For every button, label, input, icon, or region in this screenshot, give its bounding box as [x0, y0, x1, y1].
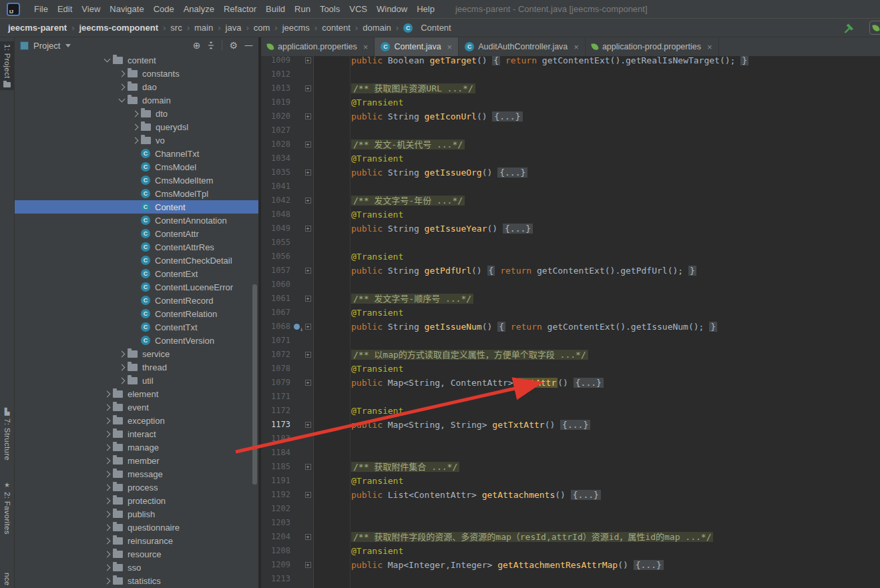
tree-item-ContentLuceneError[interactable]: CContentLuceneError: [15, 280, 258, 294]
menu-tools[interactable]: Tools: [315, 4, 345, 14]
stripe-button-structure[interactable]: ▙7: Structure: [0, 406, 14, 463]
stripe-button-favorites[interactable]: ★2: Favorites: [0, 479, 14, 537]
tree-toggle-icon[interactable]: [101, 565, 113, 570]
tree-item-util[interactable]: util: [15, 374, 258, 387]
tree-item-exception[interactable]: exception: [15, 414, 258, 427]
tree-toggle-icon[interactable]: [101, 432, 113, 436]
stripe-button-project[interactable]: 1: Project: [0, 41, 14, 90]
code-line-1012[interactable]: 1012: [261, 67, 880, 81]
tree-item-event[interactable]: event: [15, 400, 258, 414]
code-line-1042[interactable]: 1042+/** 发文字号-年份 ...*/: [261, 194, 880, 208]
tree-toggle-icon[interactable]: [101, 499, 113, 503]
fold-marker-icon[interactable]: +: [305, 464, 311, 470]
fold-marker-icon[interactable]: +: [305, 57, 311, 63]
menu-window[interactable]: Window: [372, 4, 412, 14]
tree-item-domain[interactable]: domain: [15, 93, 258, 107]
build-hammer-icon[interactable]: [843, 21, 856, 35]
override-marker-icon[interactable]: [294, 324, 300, 330]
editor-tab-AuditAuthController.java[interactable]: CAuditAuthController.java×: [459, 37, 586, 56]
code-line-1204[interactable]: 1204+/** 获取附件字段的资源、多资源的map（resId,attrId）…: [261, 530, 880, 544]
code-line-1013[interactable]: 1013+/** 获取图片资源URL ...*/: [261, 81, 880, 95]
code-line-1192[interactable]: 1192+public List<ContentAttr> getAttachm…: [261, 488, 880, 502]
code-line-1184[interactable]: 1184: [261, 446, 880, 460]
code-line-1020[interactable]: 1020+public String getIconUrl() {...}: [261, 109, 880, 123]
tree-item-thread[interactable]: thread: [15, 360, 258, 374]
menu-refactor[interactable]: Refactor: [219, 4, 261, 14]
editor-tab-application.properties[interactable]: application.properties×: [261, 37, 375, 56]
menu-vcs[interactable]: VCS: [345, 4, 372, 14]
tree-item-CmsModel[interactable]: CCmsModel: [15, 160, 258, 174]
tree-item-querydsl[interactable]: querydsl: [15, 120, 258, 133]
code-line-1071[interactable]: 1071: [261, 334, 880, 348]
tab-close-icon[interactable]: ×: [447, 42, 453, 52]
tree-item-CmsModelItem[interactable]: CCmsModelItem: [15, 174, 258, 187]
menu-view[interactable]: View: [77, 4, 105, 14]
code-line-1060[interactable]: 1060: [261, 278, 880, 292]
fold-marker-icon[interactable]: +: [305, 324, 311, 330]
hide-panel-icon[interactable]: —: [244, 41, 253, 50]
code-line-1056[interactable]: 1056@Transient: [261, 250, 880, 264]
locate-file-icon[interactable]: ⊕: [193, 41, 201, 50]
breadcrumb-item-domain[interactable]: domain: [363, 23, 391, 33]
code-line-1209[interactable]: 1209+public Map<Integer,Integer> getAtta…: [261, 558, 880, 572]
tree-item-interact[interactable]: interact: [15, 427, 258, 440]
tab-close-icon[interactable]: ×: [707, 42, 712, 52]
breadcrumb-item-main[interactable]: main: [194, 23, 213, 33]
tree-toggle-icon[interactable]: [101, 392, 113, 396]
tree-item-dao[interactable]: dao: [15, 80, 258, 93]
code-line-1067[interactable]: 1067@Transient: [261, 306, 880, 320]
tab-close-icon[interactable]: ×: [574, 42, 579, 52]
editor-tab-Content.java[interactable]: CContent.java×: [375, 37, 459, 56]
breadcrumb-item-src[interactable]: src: [170, 23, 182, 33]
tree-toggle-icon[interactable]: [101, 485, 113, 490]
code-line-1048[interactable]: 1048@Transient: [261, 208, 880, 222]
menu-code[interactable]: Code: [149, 4, 179, 14]
breadcrumb-item-java[interactable]: java: [226, 23, 242, 33]
tree-item-constants[interactable]: constants: [15, 67, 258, 80]
fold-marker-icon[interactable]: +: [305, 226, 311, 232]
tree-toggle-icon[interactable]: [101, 445, 113, 450]
menu-analyze[interactable]: Analyze: [179, 4, 219, 14]
code-line-1171[interactable]: 1171: [261, 390, 880, 404]
menu-file[interactable]: File: [29, 4, 53, 14]
tree-item-member[interactable]: member: [15, 454, 258, 467]
tree-toggle-icon[interactable]: [116, 352, 128, 356]
code-line-1068[interactable]: 1068+public String getIssueNum() { retur…: [261, 320, 880, 334]
code-line-1019[interactable]: 1019@Transient: [261, 95, 880, 109]
code-line-1208[interactable]: 1208@Transient: [261, 544, 880, 558]
tree-item-CmsModelTpl[interactable]: CCmsModelTpl: [15, 187, 258, 200]
code-line-1183[interactable]: 1183: [261, 432, 880, 446]
tree-item-ContentRecord[interactable]: CContentRecord: [15, 294, 258, 307]
editor-tab-application-prod.properties[interactable]: application-prod.properties×: [586, 37, 719, 56]
tree-item-Content[interactable]: CContent: [15, 200, 258, 214]
breadcrumb-item-com[interactable]: com: [254, 23, 270, 33]
tree-item-sso[interactable]: sso: [15, 561, 258, 574]
tree-toggle-icon[interactable]: [116, 378, 128, 383]
tree-item-reinsurance[interactable]: reinsurance: [15, 534, 258, 547]
fold-marker-icon[interactable]: +: [305, 296, 311, 302]
tree-item-content[interactable]: content: [15, 53, 258, 67]
code-line-1009[interactable]: 1009+public Boolean getTarget() { return…: [261, 56, 880, 67]
code-line-1055[interactable]: 1055: [261, 236, 880, 250]
fold-marker-icon[interactable]: +: [305, 170, 311, 176]
menu-help[interactable]: Help: [412, 4, 439, 14]
tree-toggle-icon[interactable]: [101, 552, 113, 557]
fold-marker-icon[interactable]: +: [305, 113, 311, 119]
code-line-1079[interactable]: 1079+public Map<String, ContentAttr> get…: [261, 376, 880, 390]
tree-toggle-icon[interactable]: [101, 539, 113, 543]
tree-item-manage[interactable]: manage: [15, 440, 258, 454]
tree-item-ContentAttr[interactable]: CContentAttr: [15, 227, 258, 240]
code-line-1203[interactable]: 1203: [261, 516, 880, 530]
menu-navigate[interactable]: Navigate: [105, 4, 148, 14]
tree-toggle-icon[interactable]: [101, 525, 113, 530]
tree-item-process[interactable]: process: [15, 481, 258, 494]
menu-edit[interactable]: Edit: [53, 4, 77, 14]
tree-item-ContentRelation[interactable]: CContentRelation: [15, 307, 258, 320]
breadcrumb-item-content[interactable]: content: [322, 23, 351, 33]
tree-item-vo[interactable]: vo: [15, 133, 258, 147]
tree-item-questionnaire[interactable]: questionnaire: [15, 521, 258, 534]
code-line-1173[interactable]: 1173+public Map<String, String> getTxtAt…: [261, 418, 880, 432]
fold-marker-icon[interactable]: +: [305, 268, 311, 274]
tree-item-ContentTxt[interactable]: CContentTxt: [15, 320, 258, 334]
code-line-1202[interactable]: 1202: [261, 502, 880, 516]
